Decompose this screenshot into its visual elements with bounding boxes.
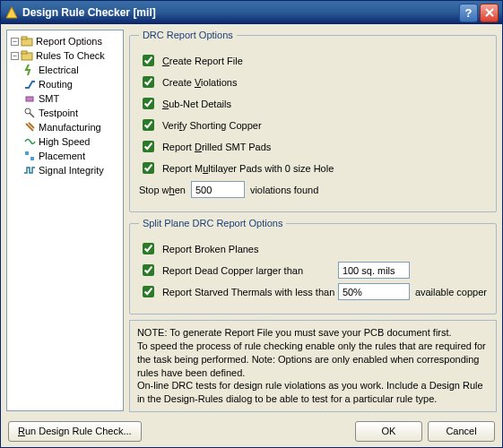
- stop-when-input[interactable]: [191, 181, 245, 198]
- note-line: To speed the process of rule checking en…: [137, 340, 489, 380]
- report-starved-thermals-checkbox[interactable]: [143, 286, 154, 297]
- tree-label: Routing: [39, 79, 73, 90]
- tree-manufacturing[interactable]: Manufacturing: [9, 120, 121, 134]
- starved-thermals-post-label: available copper: [415, 287, 487, 297]
- smt-icon: [23, 92, 36, 105]
- checkbox-label: Report Starved Thermals with less than: [162, 287, 333, 297]
- tree-label: Manufacturing: [39, 122, 101, 133]
- sub-net-details-checkbox[interactable]: [143, 98, 154, 109]
- svg-rect-9: [30, 157, 34, 160]
- checkbox-label: Verify Shorting Copper: [162, 120, 262, 131]
- manufacturing-icon: [23, 121, 36, 134]
- tree-report-options[interactable]: − Report Options: [9, 34, 121, 48]
- button-bar: Run Design Rule Check... OK Cancel: [1, 415, 502, 447]
- tree-label: Signal Integrity: [39, 165, 104, 176]
- svg-rect-8: [25, 151, 29, 155]
- checkbox-label: Create Violations: [162, 77, 238, 88]
- report-dead-copper-checkbox[interactable]: [143, 264, 154, 276]
- tree-label: High Speed: [39, 136, 91, 147]
- note-line: On-line DRC tests for design rule violat…: [137, 379, 489, 406]
- note-line: NOTE: To generate Report File you must s…: [137, 326, 489, 340]
- cancel-button[interactable]: Cancel: [428, 421, 495, 442]
- create-violations-checkbox[interactable]: [143, 76, 154, 88]
- svg-rect-2: [22, 37, 27, 39]
- checkbox-label: Report Drilled SMT Pads: [162, 142, 271, 152]
- report-drilled-smt-pads-checkbox[interactable]: [143, 141, 154, 152]
- tree-testpoint[interactable]: Testpoint: [9, 106, 121, 120]
- tree-label: Placement: [39, 151, 85, 161]
- collapse-icon[interactable]: −: [11, 52, 19, 60]
- create-report-file-checkbox[interactable]: [143, 55, 154, 66]
- checkbox-label: Report Broken Planes: [162, 244, 259, 254]
- collapse-icon[interactable]: −: [11, 38, 19, 46]
- svg-line-7: [30, 113, 34, 117]
- svg-rect-4: [22, 51, 27, 54]
- drc-report-options-group: DRC Report Options Create Report File Cr…: [129, 30, 497, 212]
- tree-signal-integrity[interactable]: Signal Integrity: [9, 163, 121, 177]
- high-speed-icon: [23, 135, 36, 148]
- checkbox-label: Create Report File: [162, 56, 243, 66]
- tree-label: Rules To Check: [36, 50, 105, 61]
- group-legend: DRC Report Options: [139, 30, 237, 40]
- verify-shorting-copper-checkbox[interactable]: [143, 119, 154, 131]
- report-multilayer-pads-checkbox[interactable]: [143, 162, 154, 174]
- svg-marker-0: [6, 7, 17, 18]
- folder-icon: [21, 35, 33, 47]
- checkbox-label: Sub-Net Details: [162, 99, 231, 109]
- tree-label: Testpoint: [39, 108, 78, 118]
- checkbox-label: Report Dead Copper larger than: [162, 265, 333, 276]
- note-box: NOTE: To generate Report File you must s…: [129, 320, 497, 412]
- routing-icon: [23, 78, 36, 90]
- category-tree[interactable]: − Report Options − Rules To Check Electr…: [6, 30, 124, 411]
- tree-placement[interactable]: Placement: [9, 149, 121, 163]
- stop-when-label: Stop when: [139, 185, 186, 195]
- help-button[interactable]: ?: [459, 4, 478, 22]
- starved-thermals-value-input[interactable]: [338, 283, 410, 300]
- folder-icon: [21, 49, 33, 62]
- run-drc-button[interactable]: Run Design Rule Check...: [8, 421, 142, 442]
- report-broken-planes-checkbox[interactable]: [143, 243, 154, 254]
- stop-when-post-label: violations found: [250, 185, 318, 195]
- close-button[interactable]: [480, 4, 499, 22]
- tree-label: Electrical: [39, 65, 79, 75]
- tree-routing[interactable]: Routing: [9, 77, 121, 91]
- app-icon: [4, 5, 19, 20]
- placement-icon: [23, 150, 36, 162]
- svg-rect-5: [26, 97, 33, 101]
- tree-label: Report Options: [36, 36, 102, 47]
- electrical-icon: [23, 64, 36, 76]
- tree-label: SMT: [39, 93, 59, 104]
- testpoint-icon: [23, 107, 36, 119]
- tree-electrical[interactable]: Electrical: [9, 63, 121, 77]
- split-plane-options-group: Split Plane DRC Report Options Report Br…: [129, 218, 497, 314]
- window-title: Design Rule Checker [mil]: [22, 6, 457, 19]
- signal-integrity-icon: [23, 164, 36, 177]
- tree-rules-to-check[interactable]: − Rules To Check: [9, 48, 121, 63]
- tree-high-speed[interactable]: High Speed: [9, 134, 121, 149]
- ok-button[interactable]: OK: [355, 421, 422, 442]
- checkbox-label: Report Multilayer Pads with 0 size Hole: [162, 163, 334, 174]
- tree-smt[interactable]: SMT: [9, 91, 121, 106]
- dead-copper-value-input[interactable]: [338, 262, 410, 279]
- title-bar: Design Rule Checker [mil] ?: [1, 1, 502, 24]
- group-legend: Split Plane DRC Report Options: [139, 218, 287, 228]
